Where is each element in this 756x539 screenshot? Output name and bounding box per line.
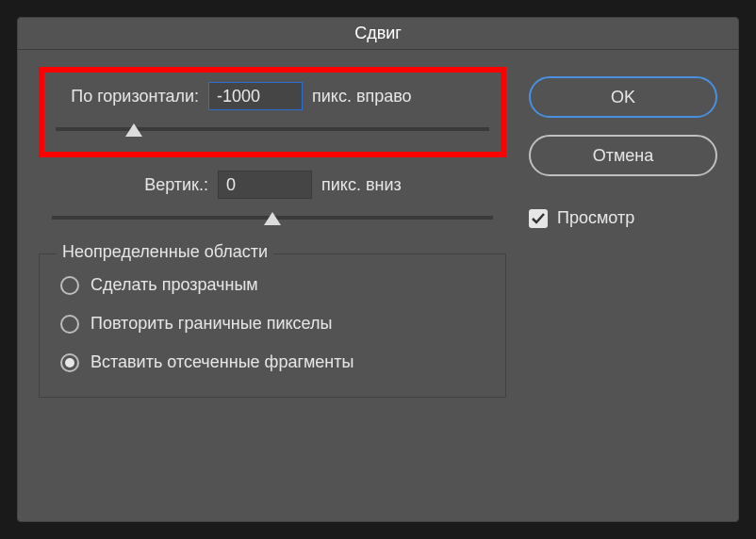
horizontal-unit: пикс. вправо [312,87,412,106]
radio-wrap-label: Вставить отсеченные фрагменты [90,352,354,372]
vertical-slider-thumb[interactable] [264,212,281,225]
horizontal-slider[interactable] [56,120,489,139]
horizontal-input[interactable] [208,82,303,110]
preview-label: Просмотр [557,208,634,228]
horizontal-label: По горизонтали: [56,87,199,106]
radio-transparent-label: Сделать прозрачным [90,275,258,295]
preview-checkbox[interactable] [529,209,548,228]
undefined-areas-legend: Неопределенные области [57,242,273,262]
radio-icon [60,353,79,372]
vertical-unit: пикс. вниз [321,175,402,195]
slider-bar [56,127,489,131]
horizontal-slider-thumb[interactable] [125,123,142,137]
vertical-input[interactable] [218,171,312,199]
vertical-slider[interactable] [52,208,493,227]
offset-dialog: Сдвиг По горизонтали: пикс. вправо Верти… [17,17,739,522]
dialog-titlebar[interactable]: Сдвиг [18,18,738,50]
dialog-title: Сдвиг [354,24,402,43]
horizontal-highlight: По горизонтали: пикс. вправо [39,67,506,157]
radio-icon [60,276,79,295]
cancel-button[interactable]: Отмена [529,135,717,176]
radio-wrap[interactable]: Вставить отсеченные фрагменты [60,352,485,372]
radio-repeat-edge[interactable]: Повторить граничные пикселы [60,314,485,334]
vertical-label: Вертик.: [129,175,208,195]
ok-button-label: OK [611,88,635,107]
preview-checkbox-row[interactable]: Просмотр [529,208,717,228]
cancel-button-label: Отмена [593,146,654,166]
ok-button[interactable]: OK [529,76,717,118]
radio-repeat-edge-label: Повторить граничные пикселы [90,314,332,334]
check-icon [531,211,546,226]
radio-icon [60,315,79,334]
undefined-areas-group: Неопределенные области Сделать прозрачны… [39,253,506,398]
radio-transparent[interactable]: Сделать прозрачным [60,275,485,295]
